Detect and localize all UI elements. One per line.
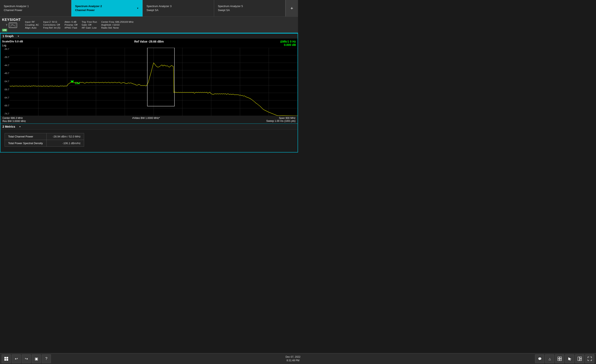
header-field-1-sub2: Freq Ref: Int (S) xyxy=(43,27,60,29)
tab-sa5-label2: Swept SA xyxy=(218,8,243,12)
graph-section: 1 Graph ▼ Scale/Div 5.0 dB Log Ref Value… xyxy=(0,34,298,124)
spectrum-svg: 1Δ2 xyxy=(10,48,298,116)
header-col-1: Input Z: 50 Ω Corrections: Off Freq Ref:… xyxy=(43,21,60,29)
y-label-0: -34.7 xyxy=(1,48,9,50)
tab-sa5-label1: Spectrum Analyzer 5 xyxy=(218,4,243,8)
table-row: Total Power Spectral Density -106.1 dBm/… xyxy=(5,140,84,147)
y-label-4: -54.7 xyxy=(1,80,9,83)
metrics-label: 2 Metrics xyxy=(2,125,15,128)
graph-label: 1 Graph xyxy=(2,34,14,38)
tab-sa3-label1: Spectrum Analyzer 3 xyxy=(147,4,171,8)
header-col-0: Input: RF Coupling: AC Align: Auto xyxy=(25,21,39,29)
graph-canvas: Scale/Div 5.0 dB Log Ref Value -29.66 dB… xyxy=(0,39,298,116)
tab-sa2[interactable]: Spectrum Analyzer 2 Channel Power ▼ xyxy=(71,0,143,16)
y-label-3: -49.7 xyxy=(1,72,9,74)
tab-sa2-label1: Spectrum Analyzer 2 xyxy=(75,4,102,8)
svg-rect-21 xyxy=(147,48,174,106)
ref-value-label: Ref Value -29.66 dBm xyxy=(134,40,164,43)
keysight-logo: KEYSIGHT T LNI xyxy=(2,18,21,31)
delta-mkr: ΔMkr1 0 Hz 0.000 dB xyxy=(280,40,296,46)
header-field-2-label: Atten: 6 dB xyxy=(65,21,77,23)
header-field-2-sub2: #PNO: Fast xyxy=(65,27,77,29)
header-field-0-sub2: Align: Auto xyxy=(25,27,39,29)
header-field-1-label: Input Z: 50 Ω xyxy=(43,21,60,23)
tab-sa2-label2: Channel Power xyxy=(75,8,102,12)
tab-sa3[interactable]: Spectrum Analyzer 3 Swept SA xyxy=(143,0,214,16)
header-field-3-label: Trig: Free Run xyxy=(82,21,97,23)
scale-log-label: Log xyxy=(2,44,6,47)
metric-value-0: -28.94 dBm / 52.0 MHz xyxy=(46,133,84,140)
graph-bottom-left: Center 686.3 MHz Res BW 3.0000 MHz xyxy=(2,117,26,123)
sweep-label: Sweep 1.00 ms (1001 pts) xyxy=(266,119,296,122)
tab-bar: Spectrum Analyzer 1 Channel Power Spectr… xyxy=(0,0,298,17)
y-label-7: -69.7 xyxy=(1,104,9,107)
header-field-3-sub2: #IF Gain: Low xyxy=(82,27,97,29)
metrics-dropdown-arrow[interactable]: ▼ xyxy=(19,126,21,128)
tab-sa2-arrow: ▼ xyxy=(137,7,139,9)
y-label-1: -39.7 xyxy=(1,56,9,58)
header-field-4-label: Center Freq: 686.259169 MHz xyxy=(101,21,134,23)
delta-mkr-label: ΔMkr1 0 Hz xyxy=(280,40,296,43)
graph-bottom-right: Span 900 MHz Sweep 1.00 ms (1001 pts) xyxy=(266,117,296,123)
y-label-2: -44.7 xyxy=(1,64,9,67)
header-field-1-sub1: Corrections: Off xyxy=(43,23,60,26)
video-bw-label: #Video BW 1.0000 MHz* xyxy=(132,117,160,123)
header-field-3-sub1: Gate: Off xyxy=(82,23,97,26)
tab-sa1-label1: Spectrum Analyzer 1 xyxy=(4,4,29,8)
keysight-text: KEYSIGHT xyxy=(2,18,21,22)
metrics-table: Total Channel Power -28.94 dBm / 52.0 MH… xyxy=(5,133,84,147)
tab-sa3-label2: Swept SA xyxy=(147,8,171,12)
tab-sa1-label2: Channel Power xyxy=(4,8,29,12)
logo-t: T xyxy=(6,24,7,27)
keysight-icon xyxy=(9,22,17,28)
scale-div-label: Scale/Div 5.0 dB xyxy=(2,40,23,43)
header-field-0-label: Input: RF xyxy=(25,21,39,23)
header-field-4-sub2: Radio Std: None xyxy=(101,27,134,29)
header-col-4: Center Freq: 686.259169 MHz Avg|Hold: >1… xyxy=(101,21,134,29)
add-tab-button[interactable]: + xyxy=(285,0,298,16)
graph-toolbar: 1 Graph ▼ xyxy=(0,34,298,39)
metrics-section: 2 Metrics ▼ Total Channel Power -28.94 d… xyxy=(0,124,298,152)
graph-bottom-info: Center 686.3 MHz Res BW 3.0000 MHz #Vide… xyxy=(0,116,298,124)
tab-sa5[interactable]: Spectrum Analyzer 5 Swept SA xyxy=(214,0,285,16)
y-label-8: -74.7 xyxy=(1,112,9,115)
delta-mkr-val: 0.000 dB xyxy=(280,43,296,46)
metric-value-1: -106.1 dBm/Hz xyxy=(46,140,84,147)
header-col-3: Trig: Free Run Gate: Off #IF Gain: Low xyxy=(82,21,97,29)
tab-sa1[interactable]: Spectrum Analyzer 1 Channel Power xyxy=(0,0,71,16)
header-field-4-sub1: Avg|Hold: >10/10 xyxy=(101,23,134,26)
header-col-2: Atten: 6 dB Preamp: Off #PNO: Fast xyxy=(65,21,77,29)
y-label-5: -59.7 xyxy=(1,88,9,91)
y-axis-labels: -34.7 -39.7 -44.7 -49.7 -54.7 -59.7 -64.… xyxy=(0,48,10,116)
lni-badge: LNI xyxy=(2,29,7,31)
metrics-toolbar: 2 Metrics ▼ xyxy=(0,124,298,130)
main-content: 1 Graph ▼ Scale/Div 5.0 dB Log Ref Value… xyxy=(0,33,298,152)
center-freq-label: Center 686.3 MHz xyxy=(2,117,26,119)
header-bar: KEYSIGHT T LNI Input: RF Coupling: AC Al… xyxy=(0,17,298,33)
metric-label-1: Total Power Spectral Density xyxy=(5,140,46,147)
y-label-6: -64.7 xyxy=(1,96,9,99)
table-row: Total Channel Power -28.94 dBm / 52.0 MH… xyxy=(5,133,84,140)
res-bw-label: Res BW 3.0000 MHz xyxy=(2,120,26,123)
header-info: Input: RF Coupling: AC Align: Auto Input… xyxy=(25,18,134,31)
svg-text:1Δ2: 1Δ2 xyxy=(75,81,80,85)
graph-dropdown-arrow[interactable]: ▼ xyxy=(17,35,19,37)
span-label: Span 900 MHz xyxy=(266,117,296,119)
header-field-2-sub1: Preamp: Off xyxy=(65,23,77,26)
header-field-0-sub1: Coupling: AC xyxy=(25,23,39,26)
metric-label-0: Total Channel Power xyxy=(5,133,46,140)
